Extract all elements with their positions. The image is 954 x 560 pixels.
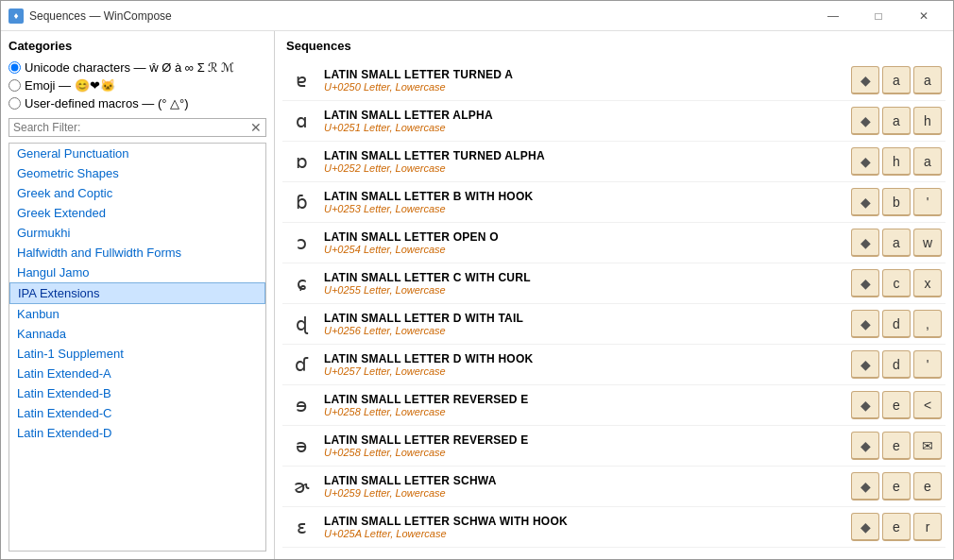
key-button[interactable]: ◆ [851,310,879,338]
sequence-keys: ◆d, [851,310,942,338]
sequence-row[interactable]: ɓLATIN SMALL LETTER B WITH HOOKU+0253 Le… [282,182,945,223]
char-info: LATIN SMALL LETTER REVERSED EU+0258 Lett… [324,393,843,417]
char-preview: ɓ [286,187,316,217]
sequences-list[interactable]: ɐLATIN SMALL LETTER TURNED AU+0250 Lette… [275,57,953,559]
key-button[interactable]: ◆ [851,432,879,460]
key-button[interactable]: e [882,391,911,419]
sequence-row[interactable]: ɖLATIN SMALL LETTER D WITH TAILU+0256 Le… [282,304,945,345]
char-name: LATIN SMALL LETTER D WITH TAIL [324,312,843,325]
char-code: U+0251 Letter, Lowercase [324,122,843,133]
key-button[interactable]: ◆ [851,472,879,501]
key-button[interactable]: ✉ [913,432,942,460]
key-button[interactable]: ◆ [851,391,879,419]
category-item-kanbun[interactable]: Kanbun [9,304,265,324]
minimize-button[interactable]: — [811,1,855,31]
sequence-row[interactable]: ɛLATIN SMALL LETTER SCHWA WITH HOOKU+025… [282,507,945,548]
sequence-keys: ◆e✉ [851,432,942,460]
char-preview: ɑ [286,106,316,136]
char-name: LATIN SMALL LETTER D WITH HOOK [324,352,843,365]
category-item-greek-coptic[interactable]: Greek and Coptic [9,183,265,203]
category-item-latin-extended-b[interactable]: Latin Extended-B [9,383,265,403]
key-button[interactable]: w [913,229,942,257]
key-button[interactable]: a [882,107,911,135]
left-panel: Categories Unicode characters — ŵ Ø à ∞ … [1,31,275,559]
key-button[interactable]: ◆ [851,269,879,297]
char-preview: ɗ [286,349,316,380]
window-controls: — □ ✕ [811,1,945,31]
key-button[interactable]: ' [913,350,942,379]
char-info: LATIN SMALL LETTER B WITH HOOKU+0253 Let… [324,190,843,214]
key-button[interactable]: x [913,269,942,297]
key-button[interactable]: , [913,310,942,338]
app-icon: ♦ [9,8,24,24]
key-button[interactable]: ◆ [851,66,879,94]
key-button[interactable]: r [913,513,942,541]
key-button[interactable]: ◆ [851,188,879,216]
category-item-kannada[interactable]: Kannada [9,324,265,344]
key-button[interactable]: c [882,269,911,297]
char-info: LATIN SMALL LETTER REVERSED EU+0258 Lett… [324,433,843,458]
key-button[interactable]: ◆ [851,147,879,176]
category-item-latin-extended-d[interactable]: Latin Extended-D [9,423,265,443]
radio-macros[interactable]: User-defined macros — (° △°) [9,96,266,110]
char-name: LATIN SMALL LETTER ALPHA [324,109,843,122]
category-radio-group: Unicode characters — ŵ Ø à ∞ Σ ℛ ℳ Emoji… [9,60,266,110]
category-item-latin-extended-c[interactable]: Latin Extended-C [9,403,265,423]
key-button[interactable]: a [913,147,942,176]
main-content: Categories Unicode characters — ŵ Ø à ∞ … [1,31,953,559]
key-button[interactable]: a [882,66,911,94]
sequence-row[interactable]: əLATIN SMALL LETTER REVERSED EU+0258 Let… [282,426,945,467]
char-preview: ɔ [286,228,316,258]
key-button[interactable]: h [913,107,942,135]
sequence-row[interactable]: ɚLATIN SMALL LETTER SCHWAU+0259 Letter, … [282,467,945,507]
search-clear-button[interactable]: ✕ [250,121,262,134]
key-button[interactable]: ' [913,188,942,216]
char-code: U+0259 Letter, Lowercase [324,487,843,499]
key-button[interactable]: a [882,229,911,257]
sequence-row[interactable]: ɘLATIN SMALL LETTER REVERSED EU+0258 Let… [282,385,945,426]
key-button[interactable]: ◆ [851,350,879,379]
close-button[interactable]: ✕ [902,1,945,31]
key-button[interactable]: a [913,66,942,94]
category-item-geometric-shapes[interactable]: Geometric Shapes [9,163,265,183]
char-code: U+0256 Letter, Lowercase [324,325,843,336]
key-button[interactable]: d [882,310,911,338]
key-button[interactable]: ◆ [851,513,879,541]
key-button[interactable]: b [882,188,911,216]
char-name: LATIN SMALL LETTER TURNED ALPHA [324,149,843,162]
radio-unicode[interactable]: Unicode characters — ŵ Ø à ∞ Σ ℛ ℳ [9,60,266,75]
key-button[interactable]: h [882,147,911,176]
key-button[interactable]: ◆ [851,107,879,135]
sequence-row[interactable]: ɗLATIN SMALL LETTER D WITH HOOKU+0257 Le… [282,345,945,385]
radio-emoji[interactable]: Emoji — 😊❤🐱 [9,78,266,93]
sequence-row[interactable]: ɔLATIN SMALL LETTER OPEN OU+0254 Letter,… [282,223,945,263]
sequence-row[interactable]: ɑLATIN SMALL LETTER ALPHAU+0251 Letter, … [282,101,945,142]
search-input[interactable] [13,121,250,134]
sequence-row[interactable]: ɒLATIN SMALL LETTER TURNED ALPHAU+0252 L… [282,142,945,182]
char-info: LATIN SMALL LETTER SCHWA WITH HOOKU+025A… [324,515,843,539]
key-button[interactable]: d [882,350,911,379]
sequence-keys: ◆b' [851,188,942,216]
char-name: LATIN SMALL LETTER REVERSED E [324,393,843,406]
sequence-row[interactable]: ɕLATIN SMALL LETTER C WITH CURLU+0255 Le… [282,263,945,304]
key-button[interactable]: e [882,432,911,460]
category-item-greek-extended[interactable]: Greek Extended [9,203,265,223]
key-button[interactable]: < [913,391,942,419]
key-button[interactable]: e [882,472,911,501]
key-button[interactable]: e [882,513,911,541]
key-button[interactable]: ◆ [851,229,879,257]
category-item-general-punctuation[interactable]: General Punctuation [9,144,265,163]
category-item-gurmukhi[interactable]: Gurmukhi [9,223,265,243]
key-button[interactable]: e [913,472,942,501]
category-item-ipa-extensions[interactable]: IPA Extensions [9,282,265,304]
category-item-latin-1-supplement[interactable]: Latin-1 Supplement [9,344,265,364]
char-info: LATIN SMALL LETTER TURNED ALPHAU+0252 Le… [324,149,843,174]
category-list[interactable]: General PunctuationGeometric ShapesGreek… [9,143,266,552]
char-code: U+025A Letter, Lowercase [324,528,843,539]
sequence-row[interactable]: ɐLATIN SMALL LETTER TURNED AU+0250 Lette… [282,60,945,101]
maximize-button[interactable]: □ [857,1,900,31]
category-item-halfwidth-fullwidth[interactable]: Halfwidth and Fullwidth Forms [9,243,265,263]
category-item-latin-extended-a[interactable]: Latin Extended-A [9,364,265,383]
char-preview: ɘ [286,390,316,420]
category-item-hangul-jamo[interactable]: Hangul Jamo [9,263,265,282]
